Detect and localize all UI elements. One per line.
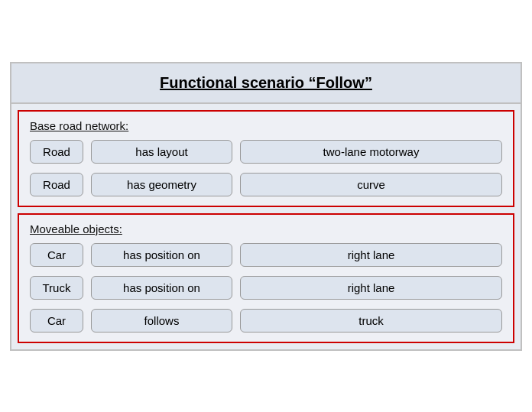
object-cell: two-lane motorway [240,140,502,164]
subject-cell: Car [30,243,83,267]
triple-row: Carhas position onright lane [30,243,502,267]
section-base-road-network: Base road network:Roadhas layouttwo-lane… [18,110,514,207]
object-cell: truck [240,309,502,333]
subject-cell: Truck [30,276,83,300]
predicate-cell: has position on [91,243,232,267]
predicate-cell: has position on [91,276,232,300]
predicate-cell: follows [91,309,232,333]
diagram-container: Functional scenario “Follow” Base road n… [10,62,522,351]
triple-row: Roadhas geometrycurve [30,173,502,196]
section-label-base-road-network: Base road network: [30,119,502,132]
predicate-cell: has layout [91,140,232,164]
object-cell: right lane [240,276,502,300]
section-label-moveable-objects: Moveable objects: [30,222,502,235]
diagram-title: Functional scenario “Follow” [160,74,372,91]
subject-cell: Car [30,309,83,333]
title-section: Functional scenario “Follow” [11,63,521,104]
triple-row: Carfollowstruck [30,309,502,333]
object-cell: right lane [240,243,502,267]
subject-cell: Road [30,140,83,164]
predicate-cell: has geometry [91,173,232,196]
triple-row: Truckhas position onright lane [30,276,502,300]
subject-cell: Road [30,173,83,196]
section-moveable-objects: Moveable objects:Carhas position onright… [18,213,514,343]
object-cell: curve [240,173,502,196]
triple-row: Roadhas layouttwo-lane motorway [30,140,502,164]
